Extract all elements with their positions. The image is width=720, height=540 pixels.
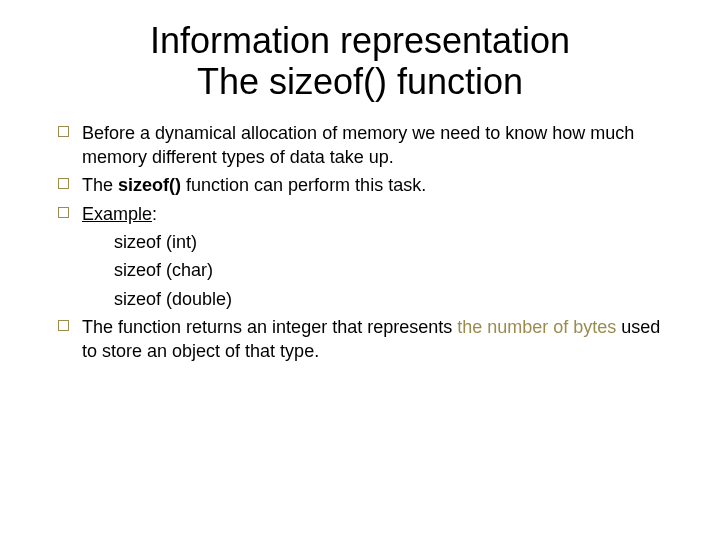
bullet-text-post: function can perform this task.	[181, 175, 426, 195]
bullet-text-post: :	[152, 204, 157, 224]
example-line: sizeof (char)	[58, 258, 670, 282]
bullet-text-pre: The	[82, 175, 118, 195]
bullet-text-underline: Example	[82, 204, 152, 224]
bullet-text: Before a dynamical allocation of memory …	[82, 123, 634, 167]
bullet-item: The sizeof() function can perform this t…	[58, 173, 670, 197]
title-line-2: The sizeof() function	[197, 61, 523, 102]
body-list: Before a dynamical allocation of memory …	[50, 121, 670, 364]
example-line: sizeof (int)	[58, 230, 670, 254]
example-line: sizeof (double)	[58, 287, 670, 311]
square-bullet-icon	[58, 320, 69, 331]
bullet-text-pre: The function returns an integer that rep…	[82, 317, 457, 337]
bullet-item: Example:	[58, 202, 670, 226]
slide: Information representation The sizeof() …	[0, 0, 720, 540]
title-line-1: Information representation	[150, 20, 570, 61]
bullet-text-accent: the number of bytes	[457, 317, 616, 337]
square-bullet-icon	[58, 178, 69, 189]
slide-title: Information representation The sizeof() …	[50, 20, 670, 103]
bullet-item: Before a dynamical allocation of memory …	[58, 121, 670, 170]
bullet-text-bold: sizeof()	[118, 175, 181, 195]
square-bullet-icon	[58, 207, 69, 218]
square-bullet-icon	[58, 126, 69, 137]
bullet-item: The function returns an integer that rep…	[58, 315, 670, 364]
